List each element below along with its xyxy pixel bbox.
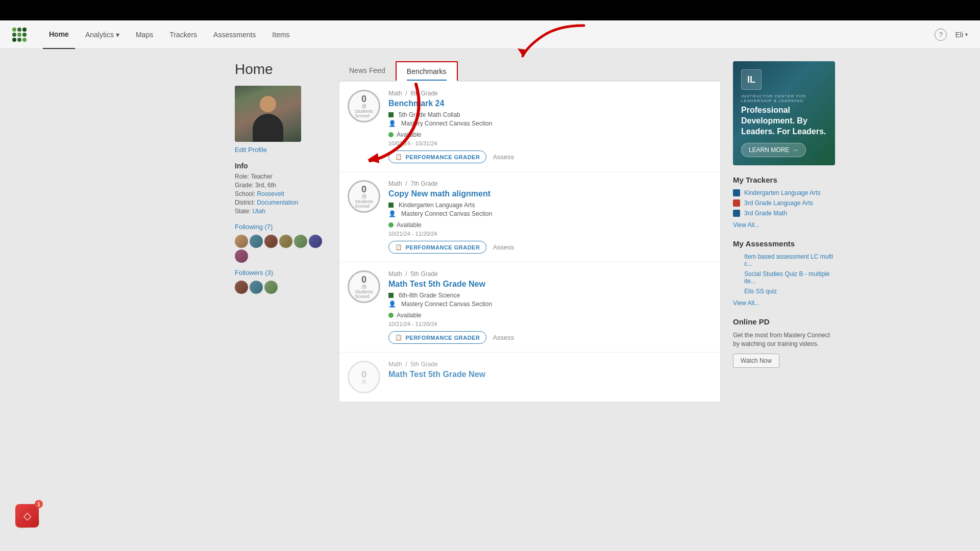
center-content: News Feed Benchmarks (339, 61, 721, 403)
date-range: 10/21/24 - 11/20/24 (388, 321, 712, 327)
nav-right: ? Eli ▾ (935, 29, 968, 41)
nav-item-home[interactable]: Home (43, 20, 75, 49)
benchmark-name[interactable]: Copy New math alignment (388, 189, 712, 198)
status-row: Available (388, 221, 712, 229)
date-range: 10/01/24 - 10/31/24 (388, 140, 712, 146)
benchmark-meta: 6th-8th Grade Science 👤 Mastery Connect … (388, 292, 712, 308)
assessment-item: Social Studies Quiz B - multiple ite... (733, 270, 835, 285)
ad-logo-icon: IL (741, 69, 762, 90)
assessment-name[interactable]: Elis SS quiz (744, 288, 777, 295)
edit-profile-link[interactable]: Edit Profile (235, 146, 327, 154)
state-row: State: Utah (235, 208, 327, 215)
tracker-color-icon (733, 189, 740, 196)
section-icon: 👤 (388, 120, 396, 127)
benchmark-subject: Math / 5th Grade (388, 270, 712, 278)
school-link[interactable]: Roosevelt (257, 190, 284, 197)
score-denom: /8 (361, 194, 366, 199)
district-link[interactable]: Documentation (257, 199, 298, 206)
tracker-name[interactable]: 3rd Grade Math (744, 210, 787, 217)
tracker-item: Kindergarten Language Arts (733, 189, 835, 196)
score-circle: 0 /8 StudentsScored (348, 180, 380, 213)
assessment-name[interactable]: Social Studies Quiz B - multiple ite... (744, 270, 835, 285)
tracker-item: 3rd Grade Language Arts (733, 199, 835, 207)
state-link[interactable]: Utah (253, 208, 265, 215)
benchmark-info: Math / 7th Grade Copy New math alignment… (388, 180, 712, 254)
assess-button[interactable]: Assess (493, 243, 514, 251)
tracker-color-icon (733, 199, 740, 207)
score-label: StudentsScored (355, 109, 373, 118)
benchmark-name[interactable]: Math Test 5th Grade New (388, 280, 712, 289)
user-name: Eli (955, 31, 963, 39)
online-pd-title: Online PD (733, 317, 835, 326)
followers-link[interactable]: Followers (3) (235, 269, 327, 277)
left-sidebar: Home Edit Profile Info Role: Teacher (235, 61, 327, 403)
trackers-view-all-link[interactable]: View All... (733, 221, 760, 229)
assess-button[interactable]: Assess (493, 334, 514, 341)
user-menu-chevron-icon: ▾ (965, 32, 968, 37)
info-section: Info Role: Teacher Grade: 3rd, 6th Schoo… (235, 162, 327, 215)
date-range: 10/21/24 - 11/20/24 (388, 231, 712, 237)
my-trackers-section: My Trackers Kindergarten Language Arts 3… (733, 176, 835, 229)
followers-avatars (235, 281, 327, 294)
following-link[interactable]: Following (7) (235, 223, 327, 231)
tab-benchmarks[interactable]: Benchmarks (396, 61, 458, 81)
tracker-name[interactable]: Kindergarten Language Arts (744, 189, 820, 196)
learn-more-button[interactable]: LEARN MORE → (741, 143, 806, 157)
benchmark-actions: 📋 PERFORMANCE GRADER Assess (388, 241, 712, 254)
assessment-doc-icon (733, 257, 740, 264)
benchmark-list: 0 /8 StudentsScored Math / 6th Grade Ben… (339, 81, 721, 403)
score-denom: /8 (361, 379, 366, 385)
avatar (250, 281, 263, 294)
score-circle: 0 /8 (348, 361, 380, 393)
navbar: Home Analytics ▾ Maps Trackers Assessmen… (0, 20, 980, 49)
class1-row: 6th-8th Grade Science (388, 292, 712, 299)
assessment-doc-icon (733, 288, 740, 295)
status-row: Available (388, 131, 712, 138)
score-denom: /8 (361, 284, 366, 290)
tab-news-feed[interactable]: News Feed (339, 61, 396, 81)
class1-row: 5th Grade Math Collab (388, 111, 712, 118)
avatar (294, 235, 307, 248)
avatar (264, 281, 278, 294)
nav-item-analytics[interactable]: Analytics ▾ (79, 20, 126, 49)
logo[interactable] (12, 28, 27, 42)
benchmark-item: 0 /8 StudentsScored Math / 7th Grade Cop… (339, 172, 720, 262)
assessments-view-all-link[interactable]: View All... (733, 299, 760, 307)
benchmark-subject: Math / 7th Grade (388, 180, 712, 187)
analytics-chevron-icon: ▾ (116, 31, 119, 39)
school-row: School: Roosevelt (235, 190, 327, 197)
user-menu[interactable]: Eli ▾ (955, 31, 968, 39)
class-icon (388, 112, 394, 117)
help-icon[interactable]: ? (935, 29, 947, 41)
assess-button[interactable]: Assess (493, 153, 514, 161)
benchmark-subject: Math / 6th Grade (388, 90, 712, 97)
grader-icon: 📋 (395, 154, 403, 160)
score-circle: 0 /8 StudentsScored (348, 90, 380, 122)
benchmark-name[interactable]: Math Test 5th Grade New (388, 370, 712, 379)
class2-row: 👤 Mastery Connect Canvas Section (388, 210, 712, 217)
performance-grader-button[interactable]: 📋 PERFORMANCE GRADER (388, 241, 486, 254)
tracker-name[interactable]: 3rd Grade Language Arts (744, 199, 813, 207)
info-title: Info (235, 162, 327, 170)
nav-item-trackers[interactable]: Trackers (163, 20, 203, 49)
ad-label: INSTRUCTOR CENTER FOR LEADERSHIP & LEARN… (741, 94, 827, 103)
status-row: Available (388, 312, 712, 319)
score-number: 0 (361, 185, 366, 194)
assessments-title: My Assessments (733, 239, 835, 248)
avatar (309, 235, 322, 248)
tab-underline (407, 80, 447, 81)
nav-item-items[interactable]: Items (266, 20, 296, 49)
benchmark-name[interactable]: Benchmark 24 (388, 99, 712, 108)
benchmark-actions: 📋 PERFORMANCE GRADER Assess (388, 331, 712, 344)
tabs-container: News Feed Benchmarks (339, 61, 721, 81)
status-dot (388, 313, 394, 318)
nav-item-maps[interactable]: Maps (130, 20, 159, 49)
right-sidebar: IL INSTRUCTOR CENTER FOR LEADERSHIP & LE… (733, 61, 835, 403)
assessment-name[interactable]: Item based assessment LC multi c... (744, 253, 835, 267)
benchmark-info: Math / 5th Grade Math Test 5th Grade New… (388, 270, 712, 344)
trackers-title: My Trackers (733, 176, 835, 184)
nav-item-assessments[interactable]: Assessments (207, 20, 262, 49)
performance-grader-button[interactable]: 📋 PERFORMANCE GRADER (388, 151, 486, 163)
watch-now-button[interactable]: Watch Now (733, 354, 779, 368)
performance-grader-button[interactable]: 📋 PERFORMANCE GRADER (388, 331, 486, 344)
